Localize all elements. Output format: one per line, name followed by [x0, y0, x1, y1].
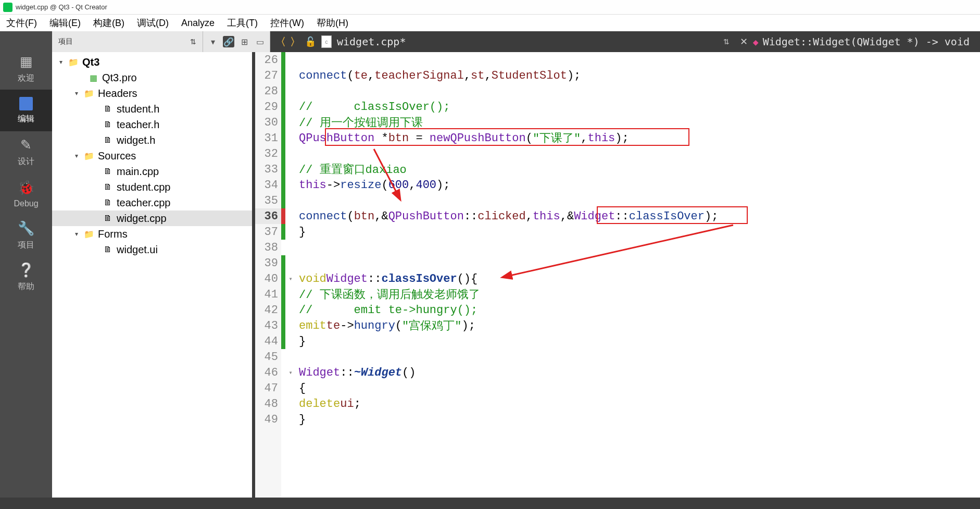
line-number[interactable]: 40	[255, 271, 281, 287]
window-title: widget.cpp @ Qt3 - Qt Creator	[16, 3, 107, 11]
line-number[interactable]: 32	[255, 146, 281, 162]
line-number[interactable]: 42	[255, 302, 281, 318]
cpp-file-icon: 🗎	[102, 197, 114, 208]
line-number[interactable]: 31	[255, 130, 281, 146]
tree-file-current[interactable]: 🗎 widget.cpp	[52, 210, 252, 226]
tree-file[interactable]: 🗎 teacher.h	[52, 117, 252, 132]
folder-icon: 📁	[68, 56, 79, 68]
fold-column[interactable]: ▾ ▾	[285, 52, 296, 498]
mode-debug-label: Debug	[14, 199, 38, 208]
close-icon[interactable]: ✕	[740, 36, 748, 47]
menu-bar: 文件(F) 编辑(E) 构建(B) 调试(D) Analyze 工具(T) 控件…	[0, 15, 980, 31]
menu-debug[interactable]: 调试(D)	[137, 17, 169, 29]
symbol-breadcrumb[interactable]: ◆ Widget::Widget(QWidget *) -> void	[753, 35, 980, 48]
code-editor[interactable]: 26 27 28 29 30 31 32 33 34 35 36 37 38 3…	[255, 52, 980, 498]
view-tool-icons: ▾ 🔗 ⊞ ▭	[203, 31, 270, 52]
project-dropdown[interactable]: 项目 ⇅	[52, 31, 203, 52]
breadcrumb-text: Widget::Widget(QWidget *) -> void	[763, 35, 970, 48]
tree-file[interactable]: 🗎 widget.ui	[52, 242, 252, 257]
line-number[interactable]: 38	[255, 240, 281, 255]
line-number[interactable]: 28	[255, 83, 281, 99]
mode-welcome[interactable]: ▦ 欢迎	[0, 48, 52, 90]
menu-tools[interactable]: 工具(T)	[227, 17, 258, 29]
mode-design[interactable]: ✎ 设计	[0, 131, 52, 173]
file-switcher-icon[interactable]: ⇅	[723, 38, 730, 46]
menu-edit[interactable]: 编辑(E)	[49, 17, 81, 29]
line-number[interactable]: 29	[255, 99, 281, 115]
tree-file[interactable]: ▦ Qt3.pro	[52, 70, 252, 85]
chevron-down-icon[interactable]: ▾	[73, 90, 80, 97]
line-number[interactable]: 27	[255, 68, 281, 83]
workspace: 项目 ⇅ ▾ 🔗 ⊞ ▭ 〈 〉 🔓 c widget.cpp* ⇅ ✕	[52, 31, 980, 498]
nav-forward-icon[interactable]: 〉	[290, 35, 300, 49]
lock-icon[interactable]: 🔓	[305, 36, 316, 47]
chevron-down-icon[interactable]: ▾	[73, 152, 80, 159]
tree-file[interactable]: 🗎 student.h	[52, 101, 252, 117]
tree-file-label: main.cpp	[117, 166, 159, 178]
menu-help[interactable]: 帮助(H)	[317, 17, 348, 29]
tree-file[interactable]: 🗎 widget.h	[52, 132, 252, 148]
tree-headers[interactable]: ▾ 📁 Headers	[52, 85, 252, 101]
line-number[interactable]: 33	[255, 162, 281, 177]
mode-edit[interactable]: 编辑	[0, 90, 52, 131]
tree-file-label: Qt3.pro	[102, 72, 137, 84]
fold-toggle-icon[interactable]: ▾	[285, 271, 296, 287]
tree-file[interactable]: 🗎 teacher.cpp	[52, 195, 252, 210]
question-icon: ❔	[18, 262, 34, 278]
line-number[interactable]: 43	[255, 318, 281, 333]
line-number[interactable]: 30	[255, 115, 281, 130]
tree-root-label: Qt3	[82, 56, 99, 68]
filter-icon[interactable]: ▾	[207, 36, 219, 47]
line-number-current[interactable]: 36	[255, 208, 281, 224]
tree-file[interactable]: 🗎 main.cpp	[52, 164, 252, 179]
line-number[interactable]: 48	[255, 396, 281, 412]
line-number[interactable]: 26	[255, 52, 281, 68]
add-split-icon[interactable]: ⊞	[238, 36, 250, 47]
folder-h-icon: 📁	[83, 88, 95, 99]
line-number[interactable]: 45	[255, 349, 281, 365]
grid-icon: ▦	[20, 54, 33, 70]
mode-edit-label: 编辑	[18, 114, 34, 125]
tree-file[interactable]: 🗎 student.cpp	[52, 179, 252, 195]
fold-toggle-icon[interactable]: ▾	[285, 365, 296, 380]
line-number-gutter[interactable]: 26 27 28 29 30 31 32 33 34 35 36 37 38 3…	[255, 52, 281, 498]
mode-debug[interactable]: 🐞 Debug	[0, 173, 52, 215]
tree-root[interactable]: ▾ 📁 Qt3	[52, 54, 252, 70]
file-icon: c	[321, 35, 332, 48]
nav-back-icon[interactable]: 〈	[275, 35, 286, 49]
mode-help-label: 帮助	[18, 281, 34, 292]
line-number[interactable]: 46	[255, 365, 281, 380]
ui-file-icon: 🗎	[102, 244, 114, 255]
cpp-file-icon: 🗎	[102, 166, 114, 177]
tree-forms[interactable]: ▾ 📁 Forms	[52, 226, 252, 242]
diff-markers	[281, 52, 285, 498]
tree-sources[interactable]: ▾ 📁 Sources	[52, 148, 252, 164]
menu-widgets[interactable]: 控件(W)	[270, 17, 304, 29]
chevron-down-icon[interactable]: ▾	[73, 230, 80, 238]
tree-file-label: widget.cpp	[117, 213, 167, 225]
header-file-icon: 🗎	[102, 119, 114, 130]
collapse-icon[interactable]: ▭	[254, 36, 266, 47]
diamond-icon: ◆	[753, 36, 759, 47]
mode-project-label: 项目	[18, 240, 34, 251]
menu-build[interactable]: 构建(B)	[93, 17, 124, 29]
line-number[interactable]: 39	[255, 255, 281, 271]
line-number[interactable]: 34	[255, 177, 281, 193]
project-tree[interactable]: ▾ 📁 Qt3 ▦ Qt3.pro ▾ 📁 Headers 🗎 student.…	[52, 52, 255, 498]
line-number[interactable]: 35	[255, 193, 281, 208]
menu-file[interactable]: 文件(F)	[6, 17, 37, 29]
line-number[interactable]: 47	[255, 380, 281, 396]
link-icon[interactable]: 🔗	[223, 36, 234, 47]
menu-analyze[interactable]: Analyze	[181, 18, 215, 29]
file-indicator[interactable]: c widget.cpp* ⇅ ✕	[321, 35, 753, 48]
chevron-down-icon[interactable]: ▾	[57, 58, 65, 66]
mode-design-label: 设计	[18, 156, 34, 167]
mode-project[interactable]: 🔧 项目	[0, 215, 52, 256]
code-body[interactable]: connect(te,teacherSignal,st,StudentSlot)…	[296, 52, 980, 498]
line-number[interactable]: 44	[255, 333, 281, 349]
line-number[interactable]: 37	[255, 224, 281, 240]
line-number[interactable]: 41	[255, 287, 281, 302]
mode-help[interactable]: ❔ 帮助	[0, 256, 52, 298]
line-number[interactable]: 49	[255, 412, 281, 427]
folder-ui-icon: 📁	[83, 228, 95, 240]
